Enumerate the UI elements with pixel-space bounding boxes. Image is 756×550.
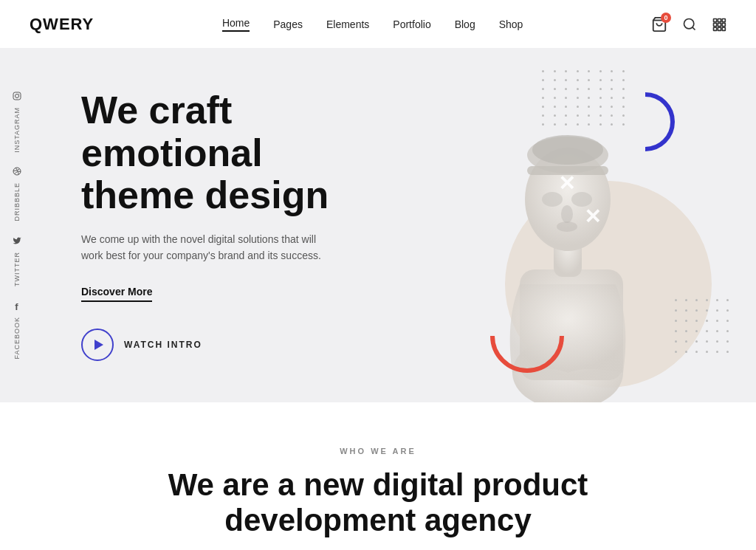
dribbble-label: Dribbble bbox=[13, 182, 21, 221]
nav-elements[interactable]: Elements bbox=[326, 18, 369, 30]
svg-rect-7 bbox=[718, 23, 721, 26]
header: QWERY Home Pages Elements Portfolio Blog… bbox=[0, 0, 756, 48]
who-we-are-section: WHO WE ARE We are a new digital product … bbox=[0, 402, 756, 550]
instagram-label: Instagram bbox=[13, 107, 21, 153]
svg-point-21 bbox=[532, 135, 603, 165]
dot-pattern-bottom bbox=[675, 299, 734, 358]
social-instagram[interactable]: Instagram bbox=[13, 84, 21, 160]
svg-rect-3 bbox=[714, 18, 717, 21]
watch-intro-button[interactable]: WATCH INTRO bbox=[81, 329, 384, 361]
hero-subtitle: We come up with the novel digital soluti… bbox=[81, 231, 332, 264]
who-eyebrow: WHO WE ARE bbox=[30, 447, 726, 456]
nav-shop[interactable]: Shop bbox=[499, 18, 523, 30]
svg-point-24 bbox=[561, 205, 573, 223]
search-button[interactable] bbox=[682, 17, 697, 32]
hero-content: We craft emotional theme design We come … bbox=[0, 89, 413, 360]
play-circle-icon bbox=[81, 329, 114, 361]
logo: QWERY bbox=[30, 15, 94, 34]
watch-intro-label: WATCH INTRO bbox=[124, 340, 202, 350]
svg-rect-4 bbox=[718, 18, 721, 21]
svg-point-13 bbox=[15, 94, 18, 97]
hero-image-area: ✕ ✕ bbox=[372, 48, 756, 402]
twitter-label: Twitter bbox=[13, 252, 21, 286]
svg-point-14 bbox=[18, 93, 19, 94]
hero-section: Instagram Dribbble Twitter f bbox=[0, 48, 756, 402]
svg-rect-9 bbox=[714, 27, 717, 30]
cart-button[interactable]: 0 bbox=[651, 16, 667, 32]
who-title: We are a new digital product development… bbox=[157, 467, 599, 539]
main-nav: Home Pages Elements Portfolio Blog Shop bbox=[222, 17, 523, 32]
nav-home[interactable]: Home bbox=[222, 17, 250, 32]
social-facebook[interactable]: f Facebook bbox=[13, 294, 21, 367]
svg-rect-10 bbox=[718, 27, 721, 30]
nav-pages[interactable]: Pages bbox=[273, 18, 303, 30]
social-sidebar: Instagram Dribbble Twitter f bbox=[0, 48, 33, 402]
cross-mark-2: ✕ bbox=[584, 207, 601, 227]
cross-mark-1: ✕ bbox=[558, 173, 575, 194]
hero-title: We craft emotional theme design bbox=[81, 89, 384, 216]
facebook-label: Facebook bbox=[13, 317, 21, 360]
nav-blog[interactable]: Blog bbox=[455, 18, 475, 30]
cart-badge: 0 bbox=[661, 13, 671, 23]
nav-portfolio[interactable]: Portfolio bbox=[393, 18, 430, 30]
header-icons: 0 bbox=[651, 16, 726, 32]
svg-rect-6 bbox=[714, 23, 717, 26]
svg-rect-5 bbox=[722, 18, 725, 21]
social-twitter[interactable]: Twitter bbox=[13, 229, 21, 294]
svg-rect-12 bbox=[13, 92, 21, 100]
grid-menu-button[interactable] bbox=[712, 17, 726, 32]
svg-point-25 bbox=[557, 221, 577, 232]
svg-rect-11 bbox=[722, 27, 725, 30]
play-triangle-icon bbox=[94, 340, 103, 350]
svg-line-2 bbox=[693, 27, 695, 30]
svg-rect-8 bbox=[722, 23, 725, 26]
discover-more-link[interactable]: Discover More bbox=[81, 286, 152, 302]
social-dribbble[interactable]: Dribbble bbox=[13, 159, 21, 229]
dribbble-icon bbox=[13, 167, 21, 178]
instagram-icon bbox=[13, 92, 21, 103]
svg-point-1 bbox=[684, 18, 694, 28]
twitter-icon bbox=[13, 236, 21, 247]
facebook-icon: f bbox=[15, 301, 18, 312]
